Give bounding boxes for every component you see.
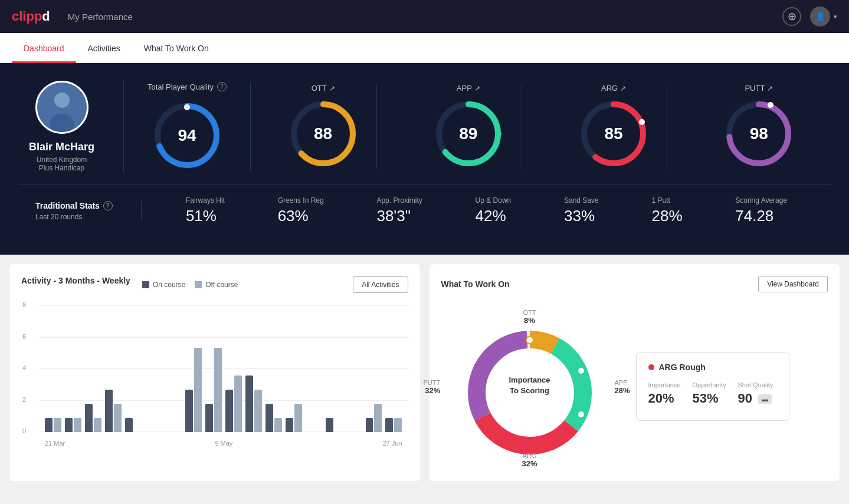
stat-updown: Up & Down 42% [476,196,512,225]
stat-proximity: App. Proximity 38'3" [376,196,422,225]
bar-oncourse-3 [105,390,113,432]
legend-offcourse: Off course [195,281,238,289]
x-axis-labels: 21 Mar 9 May 27 Jun [39,440,408,447]
bar-oncourse-10 [245,375,253,432]
svg-point-22 [526,337,533,344]
player-country: United Kingdom [37,156,87,164]
bar-offcourse-0 [54,418,61,432]
bar-group-0 [45,418,61,432]
tab-activities[interactable]: Activities [76,33,132,63]
wtwo-header: What To Work On View Dashboard [441,276,828,292]
svg-point-25 [526,441,533,448]
bar-group-11 [265,404,282,432]
view-dashboard-button[interactable]: View Dashboard [758,276,828,292]
bar-oncourse-1 [65,418,73,432]
info-metrics: Importance 20% Opportunity 53% Shot Qual… [648,381,777,406]
activity-title: Activity - 3 Months - Weekly [21,276,130,285]
ott-donut-label: OTT 8% [523,309,536,325]
tab-bar: Dashboard Activities What To Work On [0,33,849,63]
quality-label-text: Total Player Quality [147,83,214,91]
player-handicap: Plus Handicap [39,164,84,172]
svg-point-5 [184,104,190,110]
stats-row: Traditional Stats ? Last 20 rounds Fairw… [18,184,831,237]
bar-oncourse-9 [225,390,233,432]
wtwo-content: Importance To Scoring OTT 8% APP 28% ARG [441,304,828,469]
bar-offcourse-2 [94,418,101,432]
svg-point-13 [639,119,645,125]
ott-chart: 88 [288,98,359,169]
bar-oncourse-2 [85,404,93,432]
info-title: ARG Rough [659,363,706,372]
svg-point-2 [50,114,74,134]
quality-label: Total Player Quality ? [147,82,227,91]
app-donut-label: APP 28% [614,379,630,395]
x-label-jun: 27 Jun [382,440,402,447]
stats-label: Traditional Stats ? [35,201,123,210]
tab-dashboard[interactable]: Dashboard [12,33,76,63]
quality-scores: Total Player Quality ? 94 OTT [124,82,831,171]
quality-item-arg: ARG ↗ 85 [560,84,667,169]
bars-area [39,305,408,432]
bar-offcourse-8 [214,348,222,432]
bar-oncourse-4 [125,418,133,432]
header: clippd My Performance ⊕ 👤 ▾ [0,0,849,33]
app-arrow-icon: ↗ [474,84,480,93]
quality-items: OTT ↗ 88 APP ↗ [251,84,831,169]
header-title: My Performance [68,12,133,22]
arg-label: ARG ↗ [601,84,626,93]
app-score: 89 [459,124,477,143]
plus-icon: ⊕ [788,10,796,23]
stat-oneputt: 1 Putt 28% [651,196,682,225]
donut-chart-area: Importance To Scoring OTT 8% APP 28% ARG [441,304,618,469]
chevron-down-icon: ▾ [834,13,837,21]
stats-help-icon[interactable]: ? [103,201,113,210]
bar-offcourse-11 [274,418,282,432]
activity-panel: Activity - 3 Months - Weekly On course O… [9,264,420,481]
putt-arrow-icon: ↗ [767,84,773,93]
info-card-title: ARG Rough [648,363,777,372]
x-label-may: 9 May [215,440,232,447]
help-icon[interactable]: ? [217,82,227,91]
ott-label: OTT ↗ [312,84,335,93]
putt-label: PUTT ↗ [745,84,773,93]
info-dot [648,364,654,370]
quality-item-app: APP ↗ 89 [415,84,522,169]
stats-items: Fairways Hit 51% Greens In Reg 63% App. … [142,196,814,225]
logo-pd: d [42,9,50,24]
stat-sandsave: Sand Save 33% [564,196,599,225]
bar-group-3 [105,390,122,432]
bar-group-14 [326,418,342,432]
header-right: ⊕ 👤 ▾ [782,6,837,27]
ott-score: 88 [314,124,332,143]
stat-fairways: Fairways Hit 51% [186,196,225,225]
add-button[interactable]: ⊕ [782,7,801,26]
what-to-work-on-panel: What To Work On View Dashboard [430,264,840,481]
info-card: ARG Rough Importance 20% Opportunity 53%… [636,353,789,421]
bar-oncourse-12 [286,418,293,432]
quality-item-ott: OTT ↗ 88 [270,84,377,169]
chart-legend: On course Off course [142,281,238,289]
putt-donut-label: PUTT 32% [424,379,441,395]
bar-oncourse-7 [185,390,193,432]
user-avatar-button[interactable]: 👤 ▾ [810,6,837,27]
stats-sublabel: Last 20 rounds [35,213,123,221]
oncourse-label: On course [153,281,185,289]
svg-point-24 [578,411,585,418]
arg-chart: 85 [578,98,649,169]
bar-group-7 [185,348,202,432]
main-score: 94 [178,126,196,145]
bar-oncourse-14 [326,418,333,432]
bar-oncourse-17 [385,418,393,432]
main-score-chart: 94 [152,100,222,171]
bar-group-8 [205,348,222,432]
all-activities-button[interactable]: All Activities [353,276,408,293]
arg-score: 85 [605,124,623,143]
stat-scoring: Scoring Average 74.28 [735,196,787,225]
player-name: Blair McHarg [29,141,94,153]
info-opportunity: Opportunity 53% [693,381,726,406]
bar-group-12 [286,404,302,432]
tab-what-to-work-on[interactable]: What To Work On [132,33,221,63]
stat-greens: Greens In Reg 63% [278,196,324,225]
bar-offcourse-17 [394,418,402,432]
logo[interactable]: clippd [12,9,50,24]
